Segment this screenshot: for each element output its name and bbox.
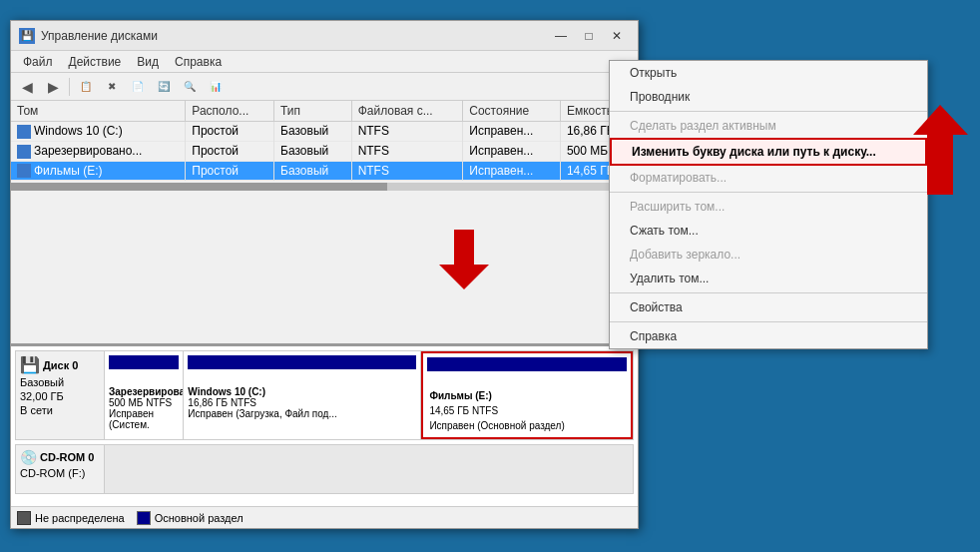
minimize-button[interactable]: — xyxy=(548,26,574,46)
upper-pane: Том Располо... Тип Файловая с... Состоян… xyxy=(11,101,638,346)
table-row[interactable]: Windows 10 (C:) Простой Базовый NTFS Исп… xyxy=(11,122,638,142)
partition-filmy-bar xyxy=(427,357,627,371)
cdrom-label: 💿 CD-ROM 0 CD-ROM (F:) xyxy=(15,444,105,494)
ctx-explorer[interactable]: Проводник xyxy=(610,85,927,109)
row2-fs: NTFS xyxy=(351,141,463,161)
toolbar-separator-1 xyxy=(69,78,70,96)
partition-cdrom[interactable] xyxy=(105,445,633,493)
partition-windows-status: Исправен (Загрузка, Файл под... xyxy=(188,408,416,419)
disk-0-status: В сети xyxy=(20,404,100,416)
table-row-selected[interactable]: Фильмы (E:) Простой Базовый NTFS Исправе… xyxy=(11,161,638,181)
ctx-open[interactable]: Открыть xyxy=(610,61,927,85)
ctx-sep-1 xyxy=(610,111,927,112)
legend-primary-label: Основной раздел xyxy=(155,512,244,524)
cdrom-name: CD-ROM 0 xyxy=(40,451,94,463)
disk-row-cdrom: 💿 CD-ROM 0 CD-ROM (F:) xyxy=(15,444,634,494)
close-button[interactable]: ✕ xyxy=(604,26,630,46)
svg-marker-1 xyxy=(913,105,968,195)
window-icon: 💾 xyxy=(19,28,35,44)
col-tip[interactable]: Тип xyxy=(274,101,352,122)
forward-button[interactable]: ▶ xyxy=(41,76,65,98)
row3-status: Исправен... xyxy=(463,161,561,181)
partition-reserved-bar xyxy=(109,355,179,369)
legend-unallocated-label: Не распределена xyxy=(35,512,125,524)
maximize-button[interactable]: □ xyxy=(576,26,602,46)
ctx-make-active: Сделать раздел активным xyxy=(610,114,927,138)
row2-name: Зарезервировано... xyxy=(11,141,186,161)
row3-fs: NTFS xyxy=(351,161,463,181)
partition-reserved[interactable]: Зарезервировано 500 МБ NTFS Исправен (Си… xyxy=(105,351,184,439)
context-menu: Открыть Проводник Сделать раздел активны… xyxy=(609,60,928,349)
menu-view[interactable]: Вид xyxy=(129,53,167,71)
table-header-row: Том Располо... Тип Файловая с... Состоян… xyxy=(11,101,638,122)
cdrom-type: CD-ROM (F:) xyxy=(20,467,100,479)
disk-0-label: 💾 Диск 0 Базовый 32,00 ГБ В сети xyxy=(15,350,105,440)
menu-help[interactable]: Справка xyxy=(167,53,230,71)
partition-windows-size: 16,86 ГБ NTFS xyxy=(188,397,416,408)
disk-row-0: 💾 Диск 0 Базовый 32,00 ГБ В сети Зарезер… xyxy=(15,350,634,440)
partition-windows[interactable]: Windows 10 (C:) 16,86 ГБ NTFS Исправен (… xyxy=(184,351,421,439)
row3-location: Простой xyxy=(186,161,274,181)
toolbar-btn-6[interactable]: 📊 xyxy=(204,76,228,98)
ctx-change-letter[interactable]: Изменить букву диска или путь к диску... xyxy=(610,138,927,166)
partition-filmy-size: 14,65 ГБ NTFS xyxy=(427,403,627,418)
toolbar-btn-3[interactable]: 📄 xyxy=(126,76,150,98)
ctx-delete[interactable]: Удалить том... xyxy=(610,267,927,290)
partition-reserved-name: Зарезервировано xyxy=(109,386,179,397)
row1-status: Исправен... xyxy=(463,122,561,142)
row1-fs: NTFS xyxy=(351,122,463,142)
lower-pane: 💾 Диск 0 Базовый 32,00 ГБ В сети Зарезер… xyxy=(11,346,638,506)
legend-primary: Основной раздел xyxy=(137,511,244,525)
legend-unallocated-box xyxy=(17,511,31,525)
ctx-sep-2 xyxy=(610,192,927,193)
disk-0-size: 32,00 ГБ xyxy=(20,390,100,402)
svg-marker-0 xyxy=(439,230,489,289)
partition-windows-name: Windows 10 (C:) xyxy=(188,386,416,397)
ctx-format: Форматировать... xyxy=(610,166,927,190)
back-button[interactable]: ◀ xyxy=(15,76,39,98)
ctx-help[interactable]: Справка xyxy=(610,324,927,348)
legend: Не распределена Основной раздел xyxy=(11,506,638,528)
partition-filmy-name: Фильмы (E:) xyxy=(427,388,627,403)
window-title: Управление дисками xyxy=(41,29,548,43)
menu-action[interactable]: Действие xyxy=(61,53,130,71)
col-status[interactable]: Состояние xyxy=(463,101,561,122)
row2-location: Простой xyxy=(186,141,274,161)
toolbar-btn-5[interactable]: 🔍 xyxy=(178,76,202,98)
legend-primary-box xyxy=(137,511,151,525)
toolbar-btn-4[interactable]: 🔄 xyxy=(152,76,176,98)
row1-name: Windows 10 (C:) xyxy=(11,122,186,142)
row2-status: Исправен... xyxy=(463,141,561,161)
toolbar-btn-1[interactable]: 📋 xyxy=(74,76,98,98)
disk-0-name: Диск 0 xyxy=(43,359,78,371)
disk-management-window: 💾 Управление дисками — □ ✕ Файл Действие… xyxy=(10,20,639,529)
partition-filmy-status: Исправен (Основной раздел) xyxy=(427,418,627,433)
legend-unallocated: Не распределена xyxy=(17,511,125,525)
col-raspolozhenie[interactable]: Располо... xyxy=(186,101,274,122)
partition-windows-bar xyxy=(188,355,416,369)
toolbar: ◀ ▶ 📋 ✖ 📄 🔄 🔍 📊 xyxy=(11,73,638,101)
col-file-system[interactable]: Файловая с... xyxy=(351,101,463,122)
row1-location: Простой xyxy=(186,122,274,142)
disk-0-type: Базовый xyxy=(20,376,100,388)
menu-file[interactable]: Файл xyxy=(15,53,61,71)
disk-0-partitions: Зарезервировано 500 МБ NTFS Исправен (Си… xyxy=(105,350,634,440)
ctx-sep-4 xyxy=(610,321,927,322)
arrow-right-indicator xyxy=(913,105,968,195)
toolbar-btn-2[interactable]: ✖ xyxy=(100,76,124,98)
title-bar-buttons: — □ ✕ xyxy=(548,26,630,46)
ctx-sep-3 xyxy=(610,292,927,293)
arrow-down-indicator xyxy=(439,230,489,289)
row2-type: Базовый xyxy=(274,141,352,161)
row1-type: Базовый xyxy=(274,122,352,142)
ctx-properties[interactable]: Свойства xyxy=(610,295,927,319)
table-row[interactable]: Зарезервировано... Простой Базовый NTFS … xyxy=(11,141,638,161)
row3-type: Базовый xyxy=(274,161,352,181)
col-tom[interactable]: Том xyxy=(11,101,186,122)
main-content: Том Располо... Тип Файловая с... Состоян… xyxy=(11,101,638,528)
ctx-shrink[interactable]: Сжать том... xyxy=(610,219,927,243)
partition-filmy[interactable]: Фильмы (E:) 14,65 ГБ NTFS Исправен (Осно… xyxy=(421,351,633,439)
ctx-extend: Расширить том... xyxy=(610,195,927,219)
row3-name: Фильмы (E:) xyxy=(11,161,186,181)
title-bar: 💾 Управление дисками — □ ✕ xyxy=(11,21,638,51)
